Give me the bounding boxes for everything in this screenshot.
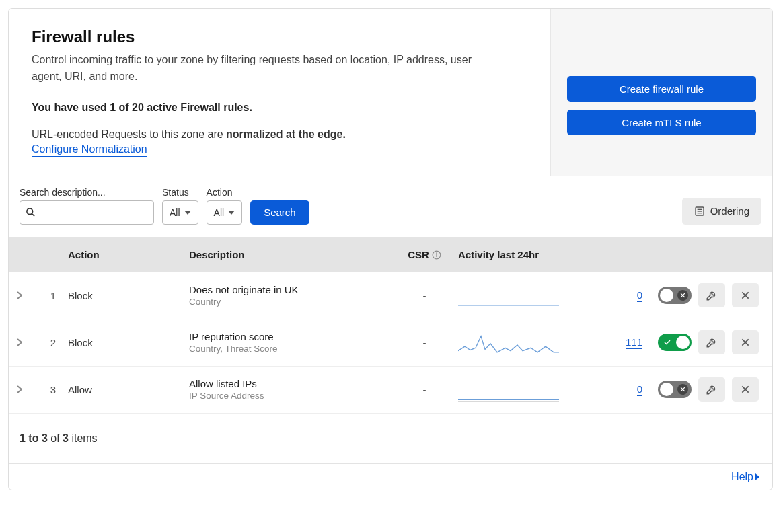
- status-label: Status: [162, 187, 198, 198]
- row-action: Block: [68, 337, 189, 348]
- row-action: Block: [68, 290, 189, 301]
- row-activity: [458, 283, 606, 307]
- svg-point-0: [27, 208, 33, 215]
- create-firewall-rule-button[interactable]: Create firewall rule: [567, 76, 756, 102]
- desc-title: IP reputation score: [189, 331, 391, 342]
- table-body: 1 Block Does not originate in UK Country…: [9, 272, 772, 414]
- row-index: 1: [38, 290, 68, 301]
- sparkline: [458, 283, 559, 307]
- x-icon: [677, 384, 688, 395]
- configure-normalization-link[interactable]: Configure Normalization: [32, 143, 147, 157]
- row-count: 111: [606, 336, 646, 349]
- edit-button[interactable]: [698, 330, 725, 354]
- row-description: IP reputation score Country, Threat Scor…: [189, 331, 391, 354]
- wrench-icon: [706, 289, 718, 301]
- help-link[interactable]: Help: [731, 471, 760, 483]
- th-description: Description: [189, 249, 391, 260]
- check-icon: [662, 337, 673, 348]
- enable-toggle[interactable]: [658, 381, 692, 398]
- sparkline: [458, 330, 559, 354]
- create-mtls-rule-button[interactable]: Create mTLS rule: [567, 110, 756, 135]
- expand-toggle[interactable]: [17, 291, 38, 299]
- usage-line: You have used 1 of 20 active Firewall ru…: [32, 102, 527, 114]
- svg-line-1: [32, 214, 34, 216]
- header-left: Firewall rules Control incoming traffic …: [9, 9, 550, 176]
- range: 1 to 3: [20, 432, 48, 444]
- x-icon: [740, 384, 751, 395]
- row-description: Allow listed IPs IP Source Address: [189, 378, 391, 401]
- ordering-button[interactable]: Ordering: [682, 198, 761, 225]
- search-button[interactable]: Search: [250, 200, 309, 225]
- delete-button[interactable]: [732, 283, 759, 307]
- delete-button[interactable]: [732, 377, 759, 402]
- chevron-right-icon: [17, 385, 38, 393]
- delete-button[interactable]: [732, 330, 759, 354]
- x-icon: [677, 290, 688, 301]
- action-select[interactable]: All: [207, 200, 243, 225]
- row-csr: -: [391, 337, 458, 348]
- firewall-rules-card: Firewall rules Control incoming traffic …: [8, 8, 773, 490]
- total: 3: [63, 432, 69, 444]
- enable-toggle[interactable]: [658, 334, 692, 351]
- pagination-summary: 1 to 3 of 3 items: [9, 414, 772, 463]
- th-activity: Activity last 24hr: [458, 249, 606, 260]
- page-title: Firewall rules: [32, 28, 527, 46]
- caret-down-icon: [184, 211, 191, 215]
- desc-subtitle: Country: [189, 297, 391, 307]
- caret-down-icon: [228, 211, 235, 215]
- row-csr: -: [391, 384, 458, 395]
- search-input[interactable]: [40, 206, 160, 219]
- list-icon: [694, 206, 705, 217]
- chevron-right-icon: [17, 291, 38, 299]
- normalization-line: URL-encoded Requests to this zone are no…: [32, 128, 527, 141]
- edit-button[interactable]: [698, 377, 725, 402]
- expand-toggle[interactable]: [17, 338, 38, 346]
- search-icon: [26, 207, 36, 217]
- th-csr: CSR: [391, 249, 458, 260]
- table-row: 3 Allow Allow listed IPs IP Source Addre…: [9, 367, 772, 414]
- sparkline: [458, 377, 559, 402]
- row-description: Does not originate in UK Country: [189, 284, 391, 307]
- x-icon: [740, 337, 751, 348]
- activity-count-link[interactable]: 111: [626, 336, 642, 349]
- header-section: Firewall rules Control incoming traffic …: [9, 9, 772, 176]
- table-header: Action Description CSR Activity last 24h…: [9, 237, 772, 272]
- page-intro: Control incoming traffic to your zone by…: [32, 52, 503, 85]
- ordering-label: Ordering: [710, 205, 749, 217]
- help-bar: Help: [9, 463, 772, 490]
- chevron-right-icon: [17, 338, 38, 346]
- enable-toggle[interactable]: [658, 287, 692, 304]
- row-activity: [458, 377, 606, 402]
- search-label: Search description...: [20, 187, 154, 198]
- row-index: 2: [38, 337, 68, 348]
- wrench-icon: [706, 336, 718, 348]
- filters-bar: Search description... Status All Action …: [9, 176, 772, 237]
- normalization-prefix: URL-encoded Requests to this zone are: [32, 128, 226, 140]
- table-row: 1 Block Does not originate in UK Country…: [9, 272, 772, 319]
- desc-subtitle: Country, Threat Score: [189, 344, 391, 354]
- svg-point-8: [437, 252, 437, 253]
- wrench-icon: [706, 383, 718, 395]
- row-csr: -: [391, 290, 458, 301]
- row-count: 0: [606, 289, 646, 302]
- activity-count-link[interactable]: 0: [637, 383, 642, 396]
- expand-toggle[interactable]: [17, 385, 38, 393]
- row-count: 0: [606, 383, 646, 396]
- edit-button[interactable]: [698, 283, 725, 307]
- row-activity: [458, 330, 606, 354]
- desc-title: Does not originate in UK: [189, 284, 391, 295]
- help-label: Help: [731, 471, 753, 483]
- x-icon: [740, 290, 751, 301]
- table-row: 2 Block IP reputation score Country, Thr…: [9, 319, 772, 367]
- status-select[interactable]: All: [162, 200, 198, 225]
- status-value: All: [170, 207, 180, 218]
- search-box[interactable]: [20, 200, 154, 225]
- row-index: 3: [38, 384, 68, 395]
- header-right: Create firewall rule Create mTLS rule: [550, 9, 772, 176]
- desc-subtitle: IP Source Address: [189, 391, 391, 401]
- action-value: All: [214, 207, 225, 218]
- row-action: Allow: [68, 384, 189, 395]
- chevron-right-icon: [755, 473, 760, 481]
- activity-count-link[interactable]: 0: [637, 289, 642, 302]
- info-icon: [432, 250, 441, 260]
